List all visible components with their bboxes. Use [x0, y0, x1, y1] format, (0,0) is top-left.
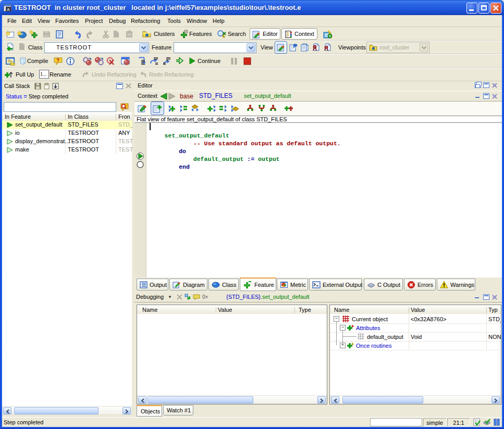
svg-text:A: A [7, 7, 10, 12]
svg-text:?: ? [56, 58, 59, 64]
